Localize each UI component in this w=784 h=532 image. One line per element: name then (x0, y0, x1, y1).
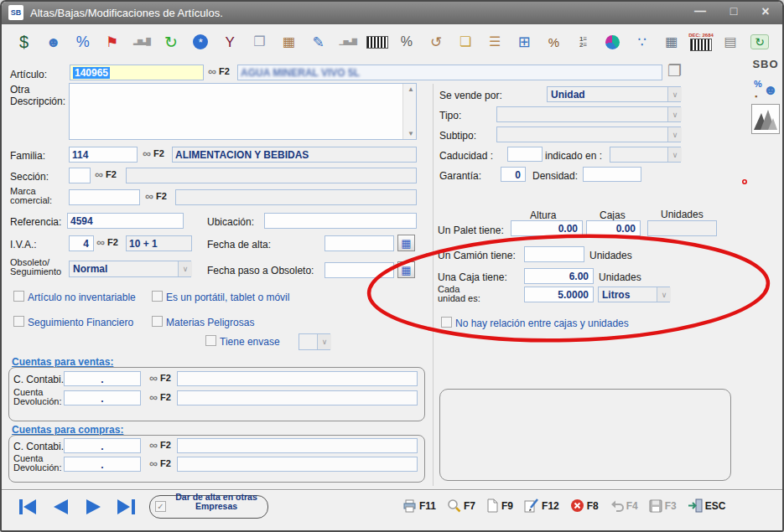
article-image-icon[interactable]: ❐ (246, 27, 273, 57)
scroll-up-icon[interactable]: ▲ (408, 85, 414, 93)
percent-icon[interactable]: % (69, 27, 96, 57)
delete-f8-button[interactable]: F8 (570, 498, 599, 513)
new-f9-button[interactable]: F9 (486, 498, 513, 513)
returns-box-icon[interactable]: ↺ (423, 27, 450, 57)
wine-icon[interactable]: Y (216, 27, 244, 57)
seguimiento-financiero-checkbox[interactable] (13, 316, 24, 327)
iva-search-f2[interactable]: ∞ F2 (96, 237, 118, 247)
seccion-code-input[interactable] (69, 168, 91, 183)
iva-input[interactable]: 4 (69, 235, 94, 251)
search-f7-button[interactable]: F7 (447, 498, 475, 513)
familia-search-f2[interactable]: ∞ F2 (143, 148, 164, 158)
print-f11-button[interactable]: F11 (402, 499, 436, 513)
photo-folder-icon[interactable]: ❏ (452, 27, 480, 57)
edit-f12-button[interactable]: F12 (524, 498, 559, 513)
dropdown-arrow-icon[interactable]: ∨ (178, 261, 192, 276)
undo-f4-button[interactable]: F4 (610, 499, 638, 513)
refresh-icon[interactable]: ↻ (158, 27, 185, 57)
caja-input[interactable]: 6.00 (524, 268, 594, 284)
dar-de-alta-checkbox[interactable]: ✓ (155, 501, 166, 512)
accounting-notebook-icon[interactable]: ▦ (657, 27, 685, 57)
pallet-icon[interactable]: ☰ (481, 27, 509, 57)
familia-code-input[interactable]: 114 (69, 147, 138, 163)
no-relacion-checkbox[interactable] (441, 317, 452, 328)
dropdown-arrow-icon[interactable]: ∨ (657, 287, 671, 302)
barcode-icon[interactable] (363, 27, 391, 57)
percent-client-icon[interactable]: % ☻ ▪ (754, 79, 779, 102)
pie-chart-icon[interactable] (599, 27, 626, 57)
compras-contabi-input[interactable]: . (64, 438, 141, 453)
offers-ribbon-icon[interactable]: ⚑ (98, 27, 126, 57)
palet-altura-input[interactable]: 0.00 (511, 220, 583, 236)
referencia-label: Referencia: (10, 216, 61, 228)
box-discount-icon[interactable]: % (540, 27, 568, 57)
compras-contabi-search-f2[interactable]: ∞ F2 (149, 440, 171, 450)
fecha-obsoleto-calendar-button[interactable]: ▦ (397, 261, 415, 278)
ventas-contabi-input[interactable]: . (64, 371, 141, 386)
ventas-devolucion-search-f2[interactable]: ∞ F2 (149, 392, 171, 402)
exit-esc-button[interactable]: ESC (688, 498, 726, 513)
edit-form-icon[interactable]: ✎ (304, 27, 332, 57)
dropdown-arrow-icon[interactable]: ∨ (317, 334, 331, 349)
subtipo-dropdown[interactable] (496, 127, 681, 142)
otra-descripcion-textarea[interactable]: ▲ ▼ (69, 83, 417, 140)
sales-chart-icon[interactable]: ▂▆▃█ (127, 27, 155, 57)
compras-devolucion-search-f2[interactable]: ∞ F2 (149, 458, 171, 468)
marca-code-input[interactable] (69, 189, 140, 205)
statistics-icon[interactable]: ▁▅▃▇ (334, 27, 361, 57)
save-f3-button[interactable]: F3 (649, 499, 677, 513)
se-vende-dropdown[interactable]: Unidad (547, 86, 681, 102)
fecha-alta-calendar-button[interactable]: ▦ (397, 235, 415, 251)
ventas-devolucion-input[interactable]: . (64, 390, 141, 405)
fecha-alta-input[interactable] (325, 235, 394, 251)
pet-paw-icon[interactable]: ∵ (628, 27, 656, 57)
portatil-checkbox[interactable] (152, 291, 163, 302)
maximize-button[interactable]: □ (724, 4, 743, 18)
mountains-chart-icon[interactable] (751, 104, 780, 134)
materias-peligrosas-checkbox[interactable] (152, 316, 163, 327)
clients-icon[interactable]: ☻ (39, 27, 67, 57)
nav-first-button[interactable] (17, 498, 39, 516)
fecha-obsoleto-input[interactable] (325, 262, 394, 278)
textarea-scrollbar[interactable]: ▲ ▼ (402, 84, 416, 139)
copy-description-icon[interactable]: ❐ (667, 61, 682, 80)
palet-cajas-input[interactable]: 0.00 (586, 220, 641, 236)
marca-search-f2[interactable]: ∞ F2 (145, 191, 167, 201)
rates-table-icon[interactable]: ⊞ (511, 27, 538, 57)
nav-previous-button[interactable] (50, 498, 70, 516)
ubicacion-input[interactable] (264, 213, 417, 229)
unidad-input[interactable]: 5.0000 (524, 287, 594, 302)
dropdown-arrow-icon[interactable]: ∨ (667, 107, 682, 121)
f2-label: F2 (107, 237, 118, 247)
referencia-input[interactable]: 4594 (67, 213, 184, 229)
internet-globe-icon[interactable]: * (187, 27, 215, 57)
package-icon[interactable]: ▦ (275, 27, 303, 57)
tiene-envase-checkbox[interactable] (205, 335, 216, 346)
scroll-down-icon[interactable]: ▼ (408, 130, 414, 137)
articulo-search-f2[interactable]: ∞ F2 (208, 66, 230, 76)
obsoleto-dropdown[interactable]: Normal (69, 261, 191, 277)
percent-edit-icon[interactable]: % (392, 27, 420, 57)
compras-devolucion-input[interactable]: . (64, 457, 141, 472)
nav-last-button[interactable] (116, 498, 138, 516)
close-button[interactable]: × (756, 4, 775, 19)
scanner-icon[interactable]: ▤ (717, 27, 745, 57)
numbered-list-icon[interactable]: 1≡ 2≡ (569, 27, 597, 57)
camion-input[interactable] (524, 246, 584, 262)
barcode-dec-icon[interactable]: DEC: 2684 (688, 27, 715, 57)
dropdown-arrow-icon[interactable]: ∨ (667, 127, 682, 142)
dropdown-arrow-icon[interactable]: ∨ (667, 147, 682, 162)
dropdown-arrow-icon[interactable]: ∨ (667, 87, 682, 101)
tipo-dropdown[interactable] (496, 106, 681, 122)
caducidad-input[interactable] (507, 147, 543, 162)
minimize-button[interactable]: — (691, 4, 709, 18)
garantia-input[interactable]: 0 (501, 167, 526, 182)
articulo-input[interactable]: 140965 (70, 65, 204, 80)
money-icon[interactable]: $ (10, 27, 38, 57)
densidad-input[interactable] (583, 167, 641, 182)
seccion-search-f2[interactable]: ∞ F2 (95, 169, 117, 179)
ventas-contabi-search-f2[interactable]: ∞ F2 (149, 373, 171, 383)
nav-next-button[interactable] (84, 498, 104, 516)
no-inventariable-checkbox[interactable] (13, 291, 24, 302)
sbo-logo[interactable]: SBO (750, 52, 781, 75)
